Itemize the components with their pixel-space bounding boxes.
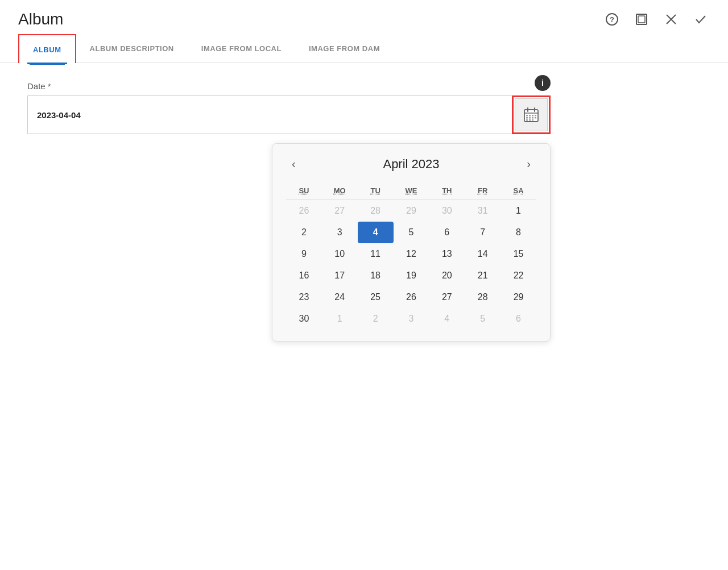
calendar-day[interactable]: 11 <box>358 243 394 265</box>
calendar-day[interactable]: 15 <box>500 243 536 265</box>
app-header: Album ? <box>0 0 728 34</box>
calendar-popup: ‹ April 2023 › SU MO TU WE TH FR <box>272 143 551 342</box>
calendar-week-2: 9101112131415 <box>286 243 536 265</box>
date-field-row: i <box>27 95 551 134</box>
calendar-day[interactable]: 26 <box>394 286 429 308</box>
info-icon[interactable]: i <box>535 75 551 91</box>
calendar-day[interactable]: 18 <box>358 265 394 286</box>
calendar-day[interactable]: 31 <box>465 200 500 222</box>
svg-rect-20 <box>532 119 533 121</box>
tab-album-description[interactable]: ALBUM DESCRIPTION <box>76 34 188 63</box>
calendar-day[interactable]: 6 <box>429 222 465 243</box>
help-icon[interactable]: ? <box>603 10 621 28</box>
svg-rect-16 <box>532 117 533 119</box>
expand-icon[interactable] <box>632 10 651 28</box>
calendar-day[interactable]: 4 <box>358 222 394 243</box>
calendar-day[interactable]: 5 <box>465 308 500 330</box>
weekday-mo: MO <box>322 182 358 200</box>
svg-text:?: ? <box>610 15 614 24</box>
svg-rect-19 <box>529 119 531 121</box>
svg-rect-10 <box>526 115 528 117</box>
calendar-day[interactable]: 29 <box>394 200 429 222</box>
calendar-grid: SU MO TU WE TH FR SA 2627282930311234567… <box>286 182 536 330</box>
next-month-button[interactable]: › <box>521 155 536 173</box>
calendar-month-year: April 2023 <box>383 157 439 172</box>
calendar-day[interactable]: 2 <box>286 222 322 243</box>
svg-rect-14 <box>526 117 528 119</box>
calendar-day[interactable]: 26 <box>286 200 322 222</box>
calendar-day[interactable]: 12 <box>394 243 429 265</box>
weekday-we: WE <box>394 182 429 200</box>
calendar-day[interactable]: 24 <box>322 286 358 308</box>
calendar-day[interactable]: 7 <box>465 222 500 243</box>
calendar-day[interactable]: 14 <box>465 243 500 265</box>
weekday-th: TH <box>429 182 465 200</box>
weekday-sa: SA <box>500 182 536 200</box>
svg-rect-11 <box>529 115 531 117</box>
calendar-day[interactable]: 2 <box>358 308 394 330</box>
calendar-day[interactable]: 9 <box>286 243 322 265</box>
calendar-day[interactable]: 19 <box>394 265 429 286</box>
calendar-day[interactable]: 30 <box>286 308 322 330</box>
weekday-fr: FR <box>465 182 500 200</box>
calendar-day[interactable]: 10 <box>322 243 358 265</box>
calendar-day[interactable]: 16 <box>286 265 322 286</box>
svg-rect-3 <box>638 16 645 23</box>
svg-rect-13 <box>535 115 536 117</box>
calendar-week-5: 30123456 <box>286 308 536 330</box>
calendar-day[interactable]: 29 <box>500 286 536 308</box>
calendar-day[interactable]: 5 <box>394 222 429 243</box>
header-actions: ? <box>603 10 710 28</box>
app-title: Album <box>18 10 63 28</box>
tab-image-from-dam[interactable]: IMAGE FROM DAM <box>295 34 394 63</box>
calendar-day[interactable]: 13 <box>429 243 465 265</box>
calendar-day[interactable]: 22 <box>500 265 536 286</box>
tab-image-from-local[interactable]: IMAGE FROM LOCAL <box>188 34 295 63</box>
calendar-day[interactable]: 25 <box>358 286 394 308</box>
date-label: Date * <box>27 81 551 91</box>
calendar-day[interactable]: 3 <box>322 222 358 243</box>
calendar-day[interactable]: 27 <box>322 200 358 222</box>
calendar-day[interactable]: 23 <box>286 286 322 308</box>
calendar-day[interactable]: 17 <box>322 265 358 286</box>
calendar-day[interactable]: 8 <box>500 222 536 243</box>
main-content: Date * i <box>0 63 728 360</box>
calendar-week-1: 2345678 <box>286 222 536 243</box>
weekday-su: SU <box>286 182 322 200</box>
calendar-day[interactable]: 28 <box>358 200 394 222</box>
calendar-day[interactable]: 21 <box>465 265 500 286</box>
calendar-button[interactable] <box>515 98 548 131</box>
svg-rect-17 <box>535 117 536 119</box>
calendar-day[interactable]: 28 <box>465 286 500 308</box>
tab-album[interactable]: ALBUM <box>18 34 76 63</box>
calendar-week-0: 2627282930311 <box>286 200 536 222</box>
date-input[interactable] <box>27 95 512 134</box>
date-section: Date * i <box>27 81 551 342</box>
svg-rect-15 <box>529 117 531 119</box>
calendar-day[interactable]: 6 <box>500 308 536 330</box>
calendar-day[interactable]: 4 <box>429 308 465 330</box>
calendar-weekday-row: SU MO TU WE TH FR SA <box>286 182 536 200</box>
prev-month-button[interactable]: ‹ <box>286 155 301 173</box>
calendar-day[interactable]: 30 <box>429 200 465 222</box>
svg-rect-18 <box>526 119 528 121</box>
calendar-week-4: 23242526272829 <box>286 286 536 308</box>
confirm-icon[interactable] <box>692 10 710 28</box>
calendar-week-3: 16171819202122 <box>286 265 536 286</box>
calendar-btn-wrapper <box>512 95 551 134</box>
calendar-day[interactable]: 1 <box>322 308 358 330</box>
calendar-header: ‹ April 2023 › <box>286 155 536 173</box>
weekday-tu: TU <box>358 182 394 200</box>
svg-rect-12 <box>532 115 533 117</box>
calendar-day[interactable]: 27 <box>429 286 465 308</box>
calendar-day[interactable]: 1 <box>500 200 536 222</box>
tabs-bar: ALBUM ALBUM DESCRIPTION IMAGE FROM LOCAL… <box>0 34 728 63</box>
close-icon[interactable] <box>662 10 680 28</box>
calendar-day[interactable]: 3 <box>394 308 429 330</box>
calendar-day[interactable]: 20 <box>429 265 465 286</box>
